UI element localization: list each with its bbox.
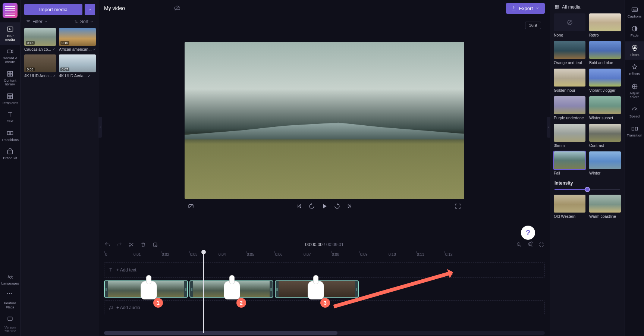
collapse-right-panel[interactable]: › — [547, 117, 550, 138]
video-track[interactable]: || || || || || || — [104, 280, 545, 298]
zoom-out-button[interactable] — [516, 241, 522, 248]
forward-button[interactable] — [333, 202, 341, 210]
nav-label: Feature Flags — [1, 301, 19, 309]
svg-rect-18 — [153, 243, 157, 246]
nav-your-media[interactable]: Your media — [0, 22, 21, 45]
safe-zone-toggle[interactable] — [187, 202, 195, 210]
fullscreen-button[interactable] — [454, 202, 462, 210]
media-item[interactable]: 0:07 4K UHD Aeria... ✓ — [59, 54, 96, 78]
filter-item-old-western[interactable]: Old Western — [554, 195, 585, 219]
filter-item-bold-and-blue[interactable]: Bold and blue — [589, 41, 621, 65]
intensity-slider[interactable] — [555, 189, 620, 190]
audio-track[interactable]: + Add audio — [104, 300, 545, 315]
timeline-ruler[interactable]: 00:010:020:030:040:050:060:070:080:090:1… — [99, 251, 550, 260]
tab-speed[interactable]: Speed — [625, 103, 644, 121]
video-preview[interactable] — [185, 42, 464, 199]
media-item[interactable]: 0:15 Caucasian co... ✓ — [24, 28, 56, 51]
ruler-tick: 0:01 — [133, 252, 141, 257]
tab-transition[interactable]: Transition — [625, 122, 644, 140]
media-panel: Import media Filter Sort 0:15 Caucasian … — [21, 0, 99, 336]
playhead[interactable] — [203, 251, 204, 333]
nav-content-library[interactable]: Content library — [0, 67, 21, 90]
filter-name: None — [554, 33, 585, 37]
filter-item-35mm[interactable]: 35mm — [554, 124, 585, 148]
clip-handle-right[interactable]: || — [270, 281, 273, 297]
split-button[interactable] — [128, 241, 135, 248]
media-duration: 0:15 — [60, 41, 69, 45]
timeline-scrollbar[interactable] — [104, 331, 545, 335]
tab-filters[interactable]: Filters — [625, 41, 644, 60]
filter-button[interactable]: Filter — [26, 19, 48, 24]
media-item[interactable]: 0:15 African american... ✓ — [59, 28, 96, 51]
filter-name: Golden hour — [554, 88, 585, 92]
nav-transitions[interactable]: Transitions — [0, 126, 21, 145]
nav-templates[interactable]: Templates — [0, 90, 21, 108]
grid-icon — [555, 4, 560, 10]
rewind-button[interactable] — [308, 202, 316, 210]
zoom-fit-button[interactable] — [538, 241, 545, 248]
center-pane: Export ‹ › 16:9 ? — [99, 0, 550, 336]
filter-item-winter[interactable]: Winter — [589, 151, 621, 175]
tab-adjust-colors[interactable]: Adjust colors — [625, 80, 644, 102]
filter-item-golden-hour[interactable]: Golden hour — [554, 69, 585, 92]
aspect-ratio-button[interactable]: 16:9 — [525, 22, 541, 29]
undo-button[interactable] — [104, 241, 111, 248]
filters-panel-header[interactable]: All media — [554, 4, 621, 10]
nav-feature-flags[interactable]: Feature Flags — [0, 298, 21, 312]
media-item[interactable]: 0:08 4K UHD Aeria... ✓ — [24, 54, 56, 78]
filter-item-orange-and-teal[interactable]: Orange and teal — [554, 41, 585, 65]
filter-item-warm-coastline[interactable]: Warm coastline — [589, 195, 621, 219]
crop-button[interactable] — [152, 241, 158, 248]
import-media-button[interactable]: Import media — [24, 4, 82, 15]
video-clip-3[interactable]: || || — [275, 280, 359, 298]
project-title-input[interactable] — [104, 5, 169, 11]
nav-brand-kit[interactable]: Brand kit — [0, 145, 21, 163]
ruler-tick: 0:12 — [445, 252, 452, 257]
import-media-dropdown[interactable] — [85, 4, 95, 15]
clip-handle-left[interactable]: || — [276, 281, 279, 297]
nav-text[interactable]: Text — [0, 108, 21, 126]
video-clip-2[interactable]: || || — [189, 280, 273, 298]
export-button[interactable]: Export — [506, 3, 545, 14]
collapse-timeline-icon[interactable] — [528, 239, 534, 247]
skip-forward-button[interactable] — [346, 202, 354, 210]
help-button[interactable]: ? — [521, 226, 535, 240]
tab-effects[interactable]: Effects — [625, 60, 644, 79]
tab-captions[interactable]: CC Captions — [625, 3, 644, 21]
record-icon — [6, 48, 14, 55]
text-track[interactable]: + Add text — [104, 262, 545, 278]
clip-handle-right[interactable]: || — [184, 281, 187, 297]
filter-item-fall[interactable]: Fall — [554, 151, 585, 175]
delete-button[interactable] — [140, 241, 147, 248]
effects-icon — [631, 63, 638, 71]
nav-languages[interactable]: A文 Languages — [0, 270, 21, 288]
filter-item-none[interactable]: None — [554, 13, 585, 37]
sort-button[interactable]: Sort — [73, 19, 94, 24]
nav-more[interactable]: ••• — [0, 289, 21, 298]
filter-item-winter-sunset[interactable]: Winter sunset — [589, 96, 621, 120]
video-clip-1[interactable]: || || — [104, 280, 188, 298]
tab-fade[interactable]: Fade — [625, 22, 644, 40]
filter-item-contrast[interactable]: Contrast — [589, 124, 621, 148]
clip-handle-left[interactable]: || — [190, 281, 193, 297]
nav-record-create[interactable]: Record & create — [0, 45, 21, 67]
filter-name: Purple undertone — [554, 116, 585, 120]
play-button[interactable] — [320, 202, 329, 210]
filter-item-retro[interactable]: Retro — [589, 13, 621, 37]
media-toolbar: Filter Sort — [24, 18, 95, 25]
svg-point-23 — [111, 308, 112, 309]
redo-button[interactable] — [116, 241, 123, 248]
collapse-left-panel[interactable]: ‹ — [98, 117, 102, 138]
filter-name: Winter — [589, 171, 621, 175]
nav-version[interactable] — [0, 312, 21, 326]
filter-thumbnail — [554, 195, 585, 213]
clip-handle-right[interactable]: || — [355, 281, 358, 297]
cloud-sync-icon[interactable] — [174, 5, 180, 12]
media-duration: 0:15 — [26, 41, 35, 45]
filter-name: Old Western — [554, 214, 585, 219]
clip-handle-left[interactable]: || — [105, 281, 108, 297]
filter-item-purple-undertone[interactable]: Purple undertone — [554, 96, 585, 120]
filter-item-vibrant-vlogger[interactable]: Vibrant vlogger — [589, 69, 621, 92]
svg-point-16 — [129, 243, 131, 244]
skip-back-button[interactable] — [295, 202, 303, 210]
